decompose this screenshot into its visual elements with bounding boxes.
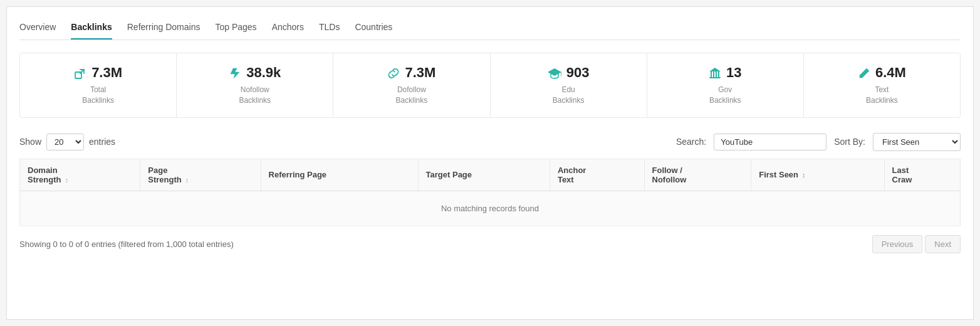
tab-tlds[interactable]: TLDs — [319, 17, 340, 39]
stat-icon — [229, 66, 241, 80]
stat-value: 38.9k — [187, 65, 323, 81]
svg-rect-5 — [711, 71, 712, 77]
sort-arrow: ↕ — [63, 176, 68, 184]
stat-icon — [387, 66, 400, 80]
stat-number: 6.4M — [875, 65, 906, 81]
stat-label: NofollowBacklinks — [187, 85, 323, 106]
stat-card-dofollow: 7.3M DofollowBacklinks — [333, 53, 490, 117]
stat-label: GovBacklinks — [657, 85, 793, 106]
table-header-row: DomainStrength ↕PageStrength ↕Referring … — [20, 159, 961, 191]
th-first-seen[interactable]: First Seen ↕ — [751, 159, 884, 191]
tab-anchors[interactable]: Anchors — [272, 17, 304, 39]
stat-value: 7.3M — [30, 65, 166, 81]
svg-rect-6 — [713, 71, 714, 77]
showing-text: Showing 0 to 0 of 0 entries (filtered fr… — [19, 239, 234, 249]
th-page[interactable]: PageStrength ↕ — [140, 159, 261, 191]
previous-button[interactable]: Previous — [872, 235, 923, 253]
stat-number: 7.3M — [405, 65, 435, 81]
th-referring-page: Referring Page — [261, 159, 418, 191]
stat-label: TextBacklinks — [814, 85, 950, 106]
svg-rect-7 — [716, 71, 717, 77]
stat-card-edu: 903 EduBacklinks — [491, 53, 647, 117]
search-input[interactable] — [714, 134, 826, 150]
show-label: Show — [19, 137, 41, 147]
stat-number: 7.3M — [91, 65, 122, 81]
stat-number: 38.9k — [246, 65, 281, 81]
svg-rect-4 — [709, 77, 721, 78]
table-footer: Showing 0 to 0 of 0 entries (filtered fr… — [19, 235, 961, 253]
stat-icon — [858, 66, 870, 80]
stat-card-total: 7.3M TotalBacklinks — [20, 53, 177, 117]
tab-countries[interactable]: Countries — [355, 17, 392, 39]
stat-value: 13 — [657, 65, 793, 81]
stat-icon — [74, 66, 86, 80]
backlinks-table: DomainStrength ↕PageStrength ↕Referring … — [19, 159, 961, 226]
tab-navigation: OverviewBacklinksReferring DomainsTop Pa… — [19, 17, 961, 40]
sort-arrow: ↕ — [800, 171, 806, 179]
sortby-label: Sort By: — [834, 137, 865, 147]
sortby-select[interactable]: First SeenLast CrawledDomain StrengthPag… — [873, 133, 961, 151]
entries-label: entries — [89, 137, 115, 147]
sort-arrow: ↕ — [184, 176, 189, 184]
th-domain[interactable]: DomainStrength ↕ — [20, 159, 140, 191]
stat-card-nofollow: 38.9k NofollowBacklinks — [177, 53, 333, 117]
stat-value: 903 — [501, 65, 637, 81]
pagination: Previous Next — [872, 235, 961, 253]
tab-overview[interactable]: Overview — [19, 17, 56, 39]
svg-rect-8 — [718, 71, 719, 77]
table-header: DomainStrength ↕PageStrength ↕Referring … — [20, 159, 961, 191]
stat-label: DofollowBacklinks — [343, 85, 479, 106]
stat-label: TotalBacklinks — [30, 85, 166, 106]
th-anchor: AnchorText — [550, 159, 644, 191]
tab-referring-domains[interactable]: Referring Domains — [127, 17, 201, 39]
show-entries-select[interactable]: 102050100 — [46, 134, 84, 150]
tab-top-pages[interactable]: Top Pages — [215, 17, 256, 39]
table-body: No matching records found — [20, 191, 961, 226]
stat-number: 13 — [726, 65, 741, 81]
stat-icon — [548, 66, 561, 80]
svg-marker-2 — [548, 68, 561, 76]
controls-row: Show 102050100 entries Search: Sort By: … — [19, 133, 961, 151]
stat-value: 6.4M — [814, 65, 950, 81]
stats-row: 7.3M TotalBacklinks 38.9k NofollowBackli… — [19, 53, 961, 118]
stat-icon — [709, 66, 721, 80]
next-button[interactable]: Next — [925, 235, 961, 253]
stat-value: 7.3M — [343, 65, 479, 81]
th-follow-/: Follow /Nofollow — [644, 159, 751, 191]
stat-card-text: 6.4M TextBacklinks — [804, 53, 960, 117]
stat-number: 903 — [566, 65, 590, 81]
no-records-text: No matching records found — [20, 191, 961, 226]
th-target-page: Target Page — [418, 159, 550, 191]
stat-label: EduBacklinks — [501, 85, 637, 106]
stat-card-gov: 13 GovBacklinks — [647, 53, 804, 117]
no-records-row: No matching records found — [20, 191, 961, 226]
tab-backlinks[interactable]: Backlinks — [71, 17, 112, 39]
th-last: LastCraw — [884, 159, 960, 191]
search-label: Search: — [676, 137, 706, 147]
svg-marker-9 — [709, 68, 721, 71]
